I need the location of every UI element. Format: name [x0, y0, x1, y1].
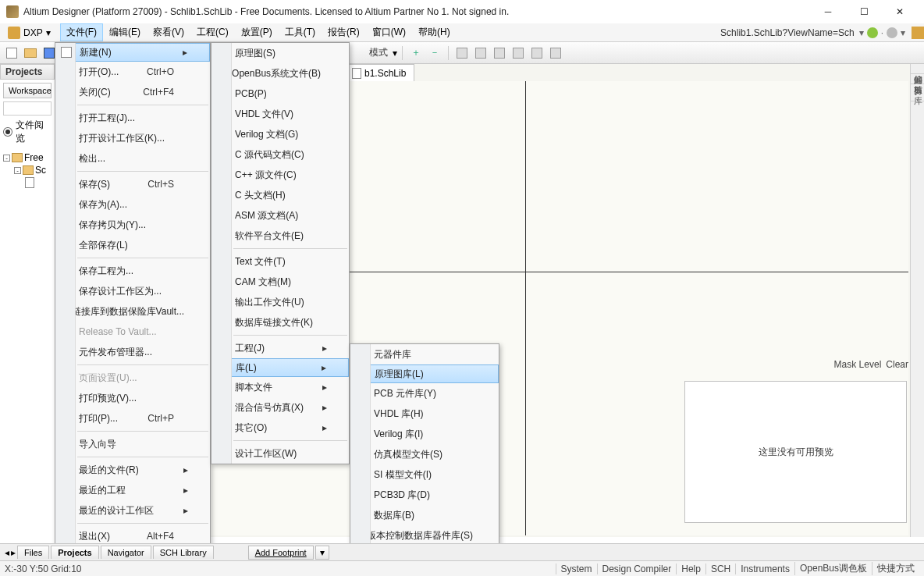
file-menu-item-1[interactable]: 打开(O)...Ctrl+O: [55, 62, 210, 82]
mask-level-button[interactable]: Mask Level: [834, 359, 882, 370]
file-menu-item-25[interactable]: 最近的文件(R)▸: [55, 460, 210, 480]
collapse-icon[interactable]: -: [3, 155, 10, 162]
rtab-clip[interactable]: 剪贴板: [911, 74, 924, 84]
lib-menu-item-6[interactable]: SI 模型文件(I): [350, 464, 499, 485]
tool-grid[interactable]: [528, 44, 546, 62]
tool-b[interactable]: [472, 44, 489, 62]
menu-tools[interactable]: 工具(T): [279, 23, 322, 41]
menu-window[interactable]: 窗口(W): [366, 23, 412, 41]
mode-dropdown-icon[interactable]: ▾: [393, 48, 397, 59]
file-menu-item-20[interactable]: 打印预览(V)...: [55, 388, 210, 408]
lib-menu-item-8[interactable]: 数据库(B): [350, 505, 499, 525]
new-menu-item-12[interactable]: CAM 文档(M): [211, 272, 349, 292]
file-menu-item-15[interactable]: 链接库到数据保险库Vault...: [55, 301, 210, 322]
tab-files[interactable]: Files: [17, 546, 49, 559]
lib-menu-item-5[interactable]: 仿真模型文件(S): [350, 444, 499, 464]
tool-a[interactable]: [453, 44, 471, 62]
new-menu-item-8[interactable]: ASM 源文档(A): [211, 205, 349, 226]
status-instruments[interactable]: Instruments: [735, 564, 794, 574]
maximize-button[interactable]: ☐: [846, 0, 882, 23]
tree-child[interactable]: Sc: [35, 165, 46, 176]
minimize-button[interactable]: ─: [810, 0, 846, 23]
file-menu-item-4[interactable]: 打开工程(J)...: [55, 108, 210, 128]
close-button[interactable]: ✕: [882, 0, 918, 23]
home-button[interactable]: [912, 27, 924, 39]
add-footprint-button[interactable]: Add Footprint: [248, 546, 314, 560]
tool-open[interactable]: [22, 44, 39, 62]
status-sch[interactable]: SCH: [705, 564, 735, 574]
tool-d[interactable]: [510, 44, 527, 62]
new-menu-item-5[interactable]: C 源代码文档(C): [211, 144, 349, 165]
lib-menu-item-7[interactable]: PCB3D 库(D): [350, 485, 499, 505]
file-menu-item-21[interactable]: 打印(P)...Ctrl+P: [55, 408, 210, 428]
new-menu-item-19[interactable]: 混合信号仿真(X)▸: [211, 397, 349, 418]
file-menu-item-26[interactable]: 最近的工程▸: [55, 480, 210, 500]
file-menu-item-10[interactable]: 保存拷贝为(Y)...: [55, 215, 210, 235]
file-menu-item-23[interactable]: 导入向导: [55, 434, 210, 454]
menu-file[interactable]: 文件(F): [60, 23, 103, 41]
menu-place[interactable]: 放置(P): [235, 23, 279, 41]
rtab-lib[interactable]: 库...: [911, 84, 924, 101]
tabs-scroll-left[interactable]: ◂: [5, 547, 9, 558]
new-menu-item-20[interactable]: 其它(O)▸: [211, 418, 349, 438]
new-menu-item-4[interactable]: Verilog 文档(G): [211, 124, 349, 144]
file-menu-item-27[interactable]: 最近的设计工作区▸: [55, 500, 210, 521]
tool-new[interactable]: [3, 44, 20, 62]
new-menu-item-9[interactable]: 软件平台文件(E): [211, 226, 349, 246]
nav-fwd-button[interactable]: [887, 27, 897, 38]
status-help[interactable]: Help: [676, 564, 705, 574]
lib-menu-item-4[interactable]: Verilog 库(I): [350, 424, 499, 444]
new-menu-item-13[interactable]: 输出工作文件(U): [211, 292, 349, 312]
new-menu-item-0[interactable]: 原理图(S): [211, 43, 349, 63]
document-tab[interactable]: b1.SchLib: [343, 64, 414, 81]
workspace-field[interactable]: [3, 101, 52, 116]
new-menu-item-6[interactable]: C++ 源文件(C): [211, 165, 349, 185]
new-menu-item-22[interactable]: 设计工作区(W): [211, 443, 349, 464]
menu-project[interactable]: 工程(C): [190, 23, 235, 41]
tab-navigator[interactable]: Navigator: [101, 546, 151, 559]
menu-help[interactable]: 帮助(H): [412, 23, 457, 41]
tab-schlibrary[interactable]: SCH Library: [153, 546, 214, 559]
file-browse-radio[interactable]: [3, 127, 12, 137]
new-menu-item-3[interactable]: VHDL 文件(V): [211, 104, 349, 124]
file-menu-item-2[interactable]: 关闭(C)Ctrl+F4: [55, 82, 210, 102]
file-menu-item-17[interactable]: 元件发布管理器...: [55, 342, 210, 362]
file-menu-item-5[interactable]: 打开设计工作区(K)...: [55, 128, 210, 148]
lib-menu-item-2[interactable]: PCB 元件库(Y): [350, 383, 499, 404]
status-system[interactable]: System: [556, 564, 597, 574]
menu-view[interactable]: 察看(V): [147, 23, 190, 41]
new-menu-item-1[interactable]: OpenBus系统文件(B): [211, 63, 349, 84]
nav-back-icon[interactable]: ▾: [858, 27, 865, 38]
tool-plus[interactable]: ＋: [407, 44, 425, 62]
lib-menu-item-3[interactable]: VHDL 库(H): [350, 404, 499, 424]
collapse-icon[interactable]: -: [14, 167, 21, 174]
new-menu-item-16[interactable]: 工程(J)▸: [211, 338, 349, 358]
tool-minus[interactable]: －: [426, 44, 443, 62]
file-menu-item-13[interactable]: 保存工程为...: [55, 261, 210, 281]
new-menu-item-18[interactable]: 脚本文件▸: [211, 377, 349, 397]
add-footprint-dropdown[interactable]: ▾: [315, 546, 329, 560]
file-menu-item-0[interactable]: 新建(N)▸: [55, 43, 210, 62]
status-shortcut[interactable]: 快捷方式: [872, 562, 919, 575]
menu-edit[interactable]: 编辑(E): [103, 23, 147, 41]
status-openbus[interactable]: OpenBus调色板: [794, 562, 872, 575]
tree-root[interactable]: Free: [24, 152, 44, 163]
new-menu-item-2[interactable]: PCB(P): [211, 84, 349, 104]
rtab-fav[interactable]: 偏好的: [911, 64, 924, 74]
tab-projects[interactable]: Projects: [51, 546, 98, 559]
new-menu-item-11[interactable]: Text 文件(T): [211, 251, 349, 272]
tool-e[interactable]: [547, 44, 564, 62]
new-menu-item-7[interactable]: C 头文档(H): [211, 185, 349, 205]
file-menu-item-11[interactable]: 全部保存(L): [55, 235, 210, 255]
status-compiler[interactable]: Design Compiler: [597, 564, 677, 574]
project-tree[interactable]: -Free -Sc: [0, 148, 55, 192]
tabs-scroll-right[interactable]: ▸: [11, 547, 16, 558]
dxp-button[interactable]: DXP ▾: [3, 25, 55, 41]
clear-button[interactable]: Clear: [886, 359, 908, 370]
lib-menu-item-0[interactable]: 元器件库: [350, 344, 499, 364]
tool-c[interactable]: [491, 44, 508, 62]
file-menu-item-9[interactable]: 保存为(A)...: [55, 194, 210, 215]
new-menu-item-14[interactable]: 数据库链接文件(K): [211, 312, 349, 332]
menu-report[interactable]: 报告(R): [322, 23, 366, 41]
new-menu-item-17[interactable]: 库(L)▸: [211, 358, 349, 377]
